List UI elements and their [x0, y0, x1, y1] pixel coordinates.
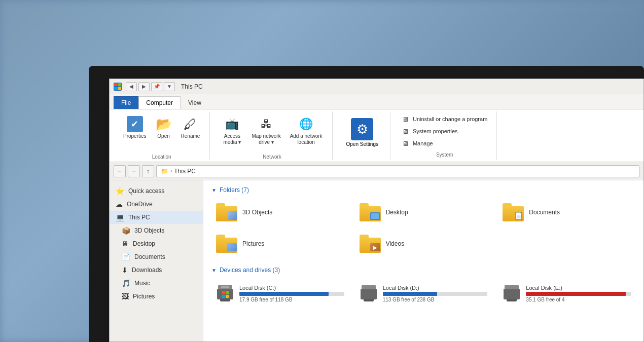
desktop-label: Desktop	[133, 240, 155, 247]
drives-section-header[interactable]: ▼ Devices and drives (3)	[211, 267, 635, 274]
properties-icon: ✔	[127, 116, 143, 132]
folder-desktop-label: Desktop	[386, 209, 408, 216]
folders-section-label: Folders (7)	[220, 186, 249, 194]
drive-e-bar-fill	[526, 292, 625, 296]
tab-computer[interactable]: Computer	[138, 96, 181, 109]
drive-item-c[interactable]: Local Disk (C:) 17.9 GB free of 118 GB	[211, 280, 349, 307]
drive-c-icon	[216, 284, 234, 302]
forward-nav-button[interactable]: →	[128, 165, 140, 177]
ribbon-group-network: 📺 Accessmedia ▾ 🖧 Map networkdrive ▾ 🌐 A…	[212, 111, 332, 160]
map-network-drive-button[interactable]: 🖧 Map networkdrive ▾	[248, 113, 284, 148]
folder-pictures-label: Pictures	[242, 240, 264, 247]
network-group-items: 📺 Accessmedia ▾ 🖧 Map networkdrive ▾ 🌐 A…	[218, 111, 326, 153]
rename-icon: 🖊	[182, 116, 198, 132]
drives-section-label: Devices and drives (3)	[220, 267, 280, 274]
system-properties-button[interactable]: 🖥 System properties	[399, 126, 490, 137]
sidebar-item-documents[interactable]: 📄 Documents	[110, 250, 203, 263]
quick-access-label: Quick access	[128, 187, 164, 195]
uninstall-button[interactable]: 🖥 Uninstall or change a program	[399, 113, 490, 125]
access-media-icon: 📺	[224, 116, 240, 132]
quick-access-button[interactable]: 📌	[151, 82, 162, 91]
settings-group-items: ⚙ Open Settings	[341, 111, 384, 159]
sidebar-item-this-pc[interactable]: 💻 This PC	[110, 211, 203, 224]
folder-item-3d-objects[interactable]: 3D Objects	[211, 200, 349, 225]
file-explorer-window: ◀ ▶ 📌 ▼ This PC File Computer View ✔ Pro…	[109, 79, 644, 342]
pindown-button[interactable]: ▼	[164, 82, 175, 91]
drive-c-free: 17.9 GB free of 118 GB	[239, 297, 344, 302]
folders-section-header[interactable]: ▼ Folders (7)	[211, 186, 635, 194]
folder-documents-icon: 📋	[503, 203, 524, 221]
system-properties-icon: 🖥	[402, 127, 410, 135]
open-folder-icon: 📂	[156, 116, 172, 132]
location-group-items: ✔ Properties 📂 Open 🖊 Rename	[120, 111, 203, 153]
pictures-label: Pictures	[133, 293, 155, 300]
back-button[interactable]: ◀	[126, 82, 137, 91]
folder-item-videos[interactable]: ▶ Videos	[355, 231, 492, 256]
manage-button[interactable]: 🖥 Manage	[399, 138, 490, 149]
folder-item-pictures[interactable]: Pictures	[211, 231, 349, 256]
system-properties-label: System properties	[413, 128, 458, 134]
sidebar-item-downloads[interactable]: ⬇ Downloads	[110, 263, 203, 277]
access-media-button[interactable]: 📺 Accessmedia ▾	[218, 113, 246, 148]
drive-item-d[interactable]: Local Disk (D:) 113 GB free of 238 GB	[355, 280, 492, 307]
sidebar-item-desktop[interactable]: 🖥 Desktop	[110, 237, 203, 250]
tab-file[interactable]: File	[114, 96, 138, 109]
3d-objects-icon: 📦	[122, 226, 130, 235]
location-group-label: Location	[152, 154, 171, 160]
drive-e-info: Local Disk (E:) 35.1 GB free of 4	[526, 285, 631, 302]
access-media-label: Accessmedia ▾	[223, 133, 241, 145]
drive-item-e[interactable]: Local Disk (E:) 35.1 GB free of 4	[498, 280, 635, 307]
tab-view[interactable]: View	[181, 96, 209, 109]
add-network-icon: 🌐	[298, 116, 314, 132]
this-pc-icon: 💻	[116, 213, 124, 221]
sidebar-item-pictures[interactable]: 🖼 Pictures	[110, 290, 203, 303]
drive-c-info: Local Disk (C:) 17.9 GB free of 118 GB	[239, 285, 344, 302]
main-area: ⭐ Quick access ☁ OneDrive 💻 This PC 📦 3D…	[110, 180, 643, 341]
address-chevron-icon: ›	[170, 168, 172, 174]
drive-d-bar-fill	[383, 292, 437, 296]
up-nav-button[interactable]: ↑	[142, 165, 154, 177]
open-settings-button[interactable]: ⚙ Open Settings	[341, 113, 384, 151]
sidebar-item-onedrive[interactable]: ☁ OneDrive	[110, 198, 203, 211]
open-settings-label: Open Settings	[346, 141, 378, 147]
drive-e-free: 35.1 GB free of 4	[526, 297, 631, 302]
folder-item-desktop[interactable]: Desktop	[355, 200, 492, 225]
manage-icon: 🖥	[402, 139, 410, 147]
title-bar: ◀ ▶ 📌 ▼ This PC	[110, 79, 643, 94]
onedrive-icon: ☁	[116, 200, 123, 208]
folder-pictures-icon	[216, 235, 237, 253]
drive-e-bar-track	[526, 292, 631, 296]
ribbon: File Computer View ✔ Properties 📂 Open	[110, 94, 643, 162]
drive-d-free: 113 GB free of 238 GB	[383, 297, 488, 302]
onedrive-label: OneDrive	[127, 201, 153, 208]
rename-label: Rename	[181, 133, 200, 139]
address-bar[interactable]: 📁 › This PC	[156, 165, 639, 177]
back-nav-button[interactable]: ←	[114, 165, 126, 177]
ribbon-group-settings: ⚙ Open Settings	[335, 111, 390, 160]
map-network-icon: 🖧	[258, 116, 274, 132]
drives-grid: Local Disk (C:) 17.9 GB free of 118 GB	[211, 280, 635, 307]
rename-button[interactable]: 🖊 Rename	[177, 113, 204, 142]
sidebar-item-music[interactable]: 🎵 Music	[110, 277, 203, 290]
add-network-location-button[interactable]: 🌐 Add a networklocation	[287, 113, 326, 148]
drives-chevron-icon: ▼	[211, 268, 217, 273]
window-icon	[114, 83, 122, 91]
sidebar-item-quick-access[interactable]: ⭐ Quick access	[110, 184, 203, 198]
sidebar-item-3d-objects[interactable]: 📦 3D Objects	[110, 224, 203, 237]
downloads-label: Downloads	[132, 267, 162, 274]
3d-overlay-icon	[228, 211, 237, 220]
properties-button[interactable]: ✔ Properties	[120, 113, 150, 142]
ribbon-tabs: File Computer View	[110, 94, 643, 109]
network-group-label: Network	[263, 154, 281, 160]
ribbon-group-system: 🖥 Uninstall or change a program 🖥 System…	[392, 111, 497, 160]
folder-3d-icon	[216, 203, 237, 221]
folder-item-documents[interactable]: 📋 Documents	[498, 200, 635, 225]
open-label: Open	[157, 133, 169, 139]
titlebar-nav: ◀ ▶ 📌 ▼	[126, 82, 175, 91]
docs-overlay-icon: 📋	[514, 211, 524, 220]
open-button[interactable]: 📂 Open	[152, 113, 175, 142]
window-title: This PC	[181, 83, 203, 90]
forward-button[interactable]: ▶	[138, 82, 150, 91]
ribbon-group-location: ✔ Properties 📂 Open 🖊 Rename Location	[114, 111, 210, 160]
downloads-icon: ⬇	[122, 266, 128, 274]
